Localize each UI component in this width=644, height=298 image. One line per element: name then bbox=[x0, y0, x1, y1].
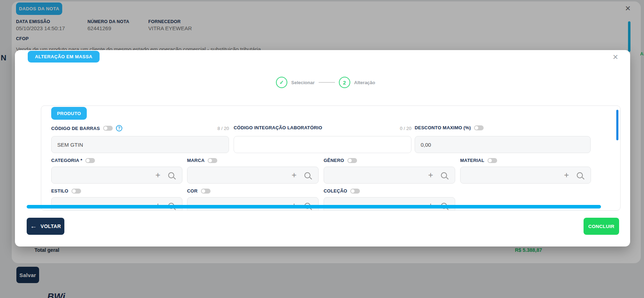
plus-icon[interactable]: + bbox=[428, 171, 433, 179]
codigo-integracao-label: CÓDIGO INTEGRAÇÃO LABORATÓRIO bbox=[234, 125, 322, 130]
bulk-edit-modal: ALTERAÇÃO EM MASSA × ✓ Selecionar 2 Alte… bbox=[15, 50, 630, 246]
desconto-maximo-label: DESCONTO MAXIMO (%) bbox=[415, 125, 471, 130]
voltar-button-label: VOLTAR bbox=[41, 223, 61, 229]
codigo-barras-input[interactable]: SEM GTIN bbox=[51, 136, 229, 153]
help-icon[interactable]: ? bbox=[116, 125, 122, 131]
panel-vertical-scrollbar[interactable] bbox=[616, 110, 618, 140]
codigo-integracao-input[interactable] bbox=[234, 136, 411, 153]
voltar-button[interactable]: ← VOLTAR bbox=[27, 218, 64, 235]
categoria-toggle[interactable] bbox=[85, 158, 95, 163]
tab-alteracao-em-massa[interactable]: ALTERAÇÃO EM MASSA bbox=[28, 51, 100, 63]
marca-input[interactable]: + bbox=[187, 167, 319, 184]
stepper: ✓ Selecionar 2 Alteração bbox=[276, 77, 375, 88]
horizontal-scrollbar[interactable] bbox=[27, 205, 601, 208]
search-icon[interactable] bbox=[168, 172, 174, 178]
categoria-input[interactable]: + bbox=[51, 167, 182, 184]
step-1-label: Selecionar bbox=[291, 80, 315, 85]
check-icon: ✓ bbox=[280, 79, 284, 86]
search-icon[interactable] bbox=[441, 172, 447, 178]
screen: N DADOS DA NOTA × DATA EMISSÃO 05/10/202… bbox=[0, 0, 644, 298]
search-icon[interactable] bbox=[304, 172, 310, 178]
desconto-maximo-toggle[interactable] bbox=[474, 125, 484, 130]
plus-icon[interactable]: + bbox=[292, 171, 297, 179]
search-icon[interactable] bbox=[577, 172, 583, 178]
colecao-input[interactable]: + bbox=[324, 197, 455, 211]
categoria-label: CATEGORIA * bbox=[51, 158, 82, 163]
estilo-toggle[interactable] bbox=[71, 189, 81, 194]
codigo-barras-value: SEM GTIN bbox=[57, 142, 83, 148]
cor-label: COR bbox=[187, 188, 198, 194]
codigo-barras-label: CÓDIGO DE BARRAS bbox=[51, 126, 100, 131]
stepper-connector bbox=[319, 82, 335, 83]
tab-alteracao-em-massa-label: ALTERAÇÃO EM MASSA bbox=[35, 54, 92, 59]
codigo-integracao-counter: 0 / 20 bbox=[376, 126, 411, 131]
material-input[interactable]: + bbox=[460, 167, 591, 184]
marca-toggle[interactable] bbox=[208, 158, 217, 163]
plus-icon[interactable]: + bbox=[564, 171, 569, 179]
concluir-button-label: CONCLUIR bbox=[588, 224, 614, 229]
desconto-maximo-value: 0,00 bbox=[421, 142, 431, 148]
close-icon[interactable]: × bbox=[613, 52, 618, 61]
concluir-button[interactable]: CONCLUIR bbox=[584, 218, 619, 235]
step-2-number: 2 bbox=[343, 80, 346, 86]
colecao-toggle[interactable] bbox=[350, 189, 360, 194]
tab-produto-label: PRODUTO bbox=[57, 111, 81, 116]
genero-input[interactable]: + bbox=[324, 167, 455, 184]
cor-input[interactable]: + bbox=[187, 197, 319, 211]
plus-icon[interactable]: + bbox=[155, 171, 160, 179]
estilo-input[interactable]: + bbox=[51, 197, 182, 211]
desconto-maximo-input[interactable]: 0,00 bbox=[415, 136, 591, 153]
genero-toggle[interactable] bbox=[347, 158, 357, 163]
step-1-selecionar[interactable]: ✓ bbox=[276, 77, 287, 88]
marca-label: MARCA bbox=[187, 158, 204, 163]
genero-label: GÊNERO bbox=[324, 158, 344, 163]
step-2-alteracao[interactable]: 2 bbox=[339, 77, 350, 88]
estilo-label: ESTILO bbox=[51, 188, 68, 194]
material-label: MATERIAL bbox=[460, 158, 484, 163]
step-2-label: Alteração bbox=[354, 80, 375, 85]
product-panel: PRODUTO CÓDIGO DE BARRAS ? 8 / 20 SEM GT… bbox=[41, 105, 621, 211]
cor-toggle[interactable] bbox=[201, 189, 211, 194]
arrow-left-icon: ← bbox=[30, 222, 37, 230]
codigo-barras-toggle[interactable] bbox=[103, 126, 113, 131]
codigo-barras-counter: 8 / 20 bbox=[193, 126, 229, 131]
material-toggle[interactable] bbox=[488, 158, 497, 163]
colecao-label: COLEÇÃO bbox=[324, 188, 347, 194]
tab-produto[interactable]: PRODUTO bbox=[51, 107, 87, 120]
